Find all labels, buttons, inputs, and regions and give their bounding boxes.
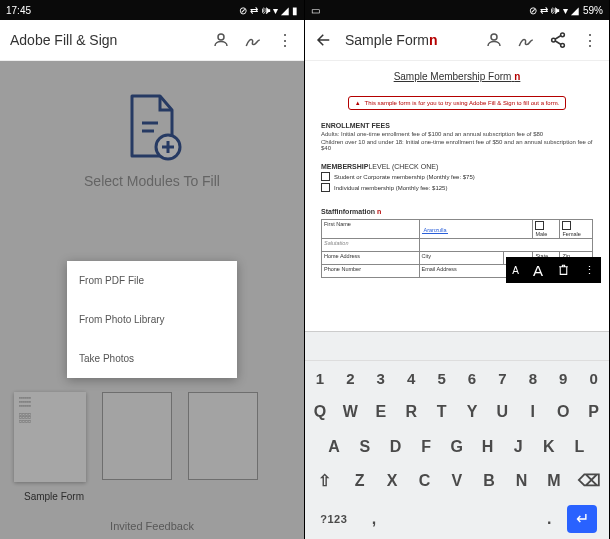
key-v[interactable]: V: [441, 472, 473, 490]
key-x[interactable]: X: [376, 472, 408, 490]
svg-point-6: [491, 34, 497, 40]
key-w[interactable]: W: [335, 403, 365, 421]
symbols-key[interactable]: ?123: [311, 513, 357, 525]
key-6[interactable]: 6: [457, 370, 487, 387]
key-h[interactable]: H: [472, 438, 503, 456]
key-r[interactable]: R: [396, 403, 426, 421]
font-smaller-button[interactable]: A: [512, 265, 519, 276]
key-2[interactable]: 2: [335, 370, 365, 387]
key-b[interactable]: B: [473, 472, 505, 490]
key-s[interactable]: S: [350, 438, 381, 456]
key-t[interactable]: T: [427, 403, 457, 421]
status-bar: 17:45 ⊘ ⇄ 🕪 ▾ ◢ ▮: [0, 0, 304, 20]
status-bar: ▭ ⊘ ⇄ 🕪 ▾ ◢ 59%: [305, 0, 609, 20]
toolbar-more-icon[interactable]: ⋮: [584, 264, 595, 277]
key-0[interactable]: 0: [579, 370, 609, 387]
key-g[interactable]: G: [442, 438, 473, 456]
key-1[interactable]: 1: [305, 370, 335, 387]
sign-icon[interactable]: [244, 31, 262, 49]
back-icon[interactable]: [315, 31, 333, 49]
text-input-value[interactable]: Aranzulla: [422, 227, 449, 234]
more-icon[interactable]: ⋮: [276, 31, 294, 49]
key-l[interactable]: L: [564, 438, 595, 456]
section-enrollment: ENROLLMENT FEES: [321, 122, 593, 129]
enter-key[interactable]: ↵: [567, 505, 597, 533]
more-icon[interactable]: ⋮: [581, 31, 599, 49]
warning-banner: ▲ This sample form is for you to try usi…: [348, 96, 567, 110]
comma-key[interactable]: ,: [357, 510, 392, 528]
key-z[interactable]: Z: [344, 472, 376, 490]
suggestion-bar[interactable]: [305, 332, 609, 361]
key-7[interactable]: 7: [487, 370, 517, 387]
shift-key[interactable]: ⇧: [305, 471, 344, 490]
key-5[interactable]: 5: [427, 370, 457, 387]
key-y[interactable]: Y: [457, 403, 487, 421]
app-bar: Sample Formn ⋮: [305, 20, 609, 61]
sign-icon[interactable]: [517, 31, 535, 49]
backspace-key[interactable]: ⌫: [570, 471, 609, 490]
doc-title: Sample Formn: [345, 32, 485, 48]
key-j[interactable]: J: [503, 438, 534, 456]
key-e[interactable]: E: [366, 403, 396, 421]
checkbox-individual[interactable]: Individual membership (Monthly fee: $125…: [321, 183, 593, 192]
key-u[interactable]: U: [487, 403, 517, 421]
delete-icon[interactable]: [557, 263, 570, 278]
menu-from-photos[interactable]: From Photo Library: [67, 300, 237, 339]
source-menu: From PDF File From Photo Library Take Ph…: [67, 261, 237, 378]
key-d[interactable]: D: [380, 438, 411, 456]
text-format-toolbar: A A ⋮: [506, 257, 601, 283]
profile-icon[interactable]: [485, 31, 503, 49]
key-i[interactable]: I: [518, 403, 548, 421]
period-key[interactable]: .: [532, 510, 567, 528]
status-icons: ⊘ ⇄ 🕪 ▾ ◢ ▮: [239, 5, 298, 16]
keyboard: 1 2 3 4 5 6 7 8 9 0 Q W E R T Y U I O: [305, 331, 609, 539]
key-o[interactable]: O: [548, 403, 578, 421]
key-q[interactable]: Q: [305, 403, 335, 421]
menu-from-pdf[interactable]: From PDF File: [67, 261, 237, 300]
app-title: Adobe Fill & Sign: [10, 32, 212, 48]
status-icons: ⊘ ⇄ 🕪 ▾ ◢ 59%: [529, 5, 603, 16]
key-m[interactable]: M: [538, 472, 570, 490]
section-staff: Staffinformation n: [321, 208, 593, 215]
key-p[interactable]: P: [579, 403, 609, 421]
status-notif-icon: ▭: [311, 5, 320, 16]
right-screenshot: ▭ ⊘ ⇄ 🕪 ▾ ◢ 59% Sample Formn ⋮ Sample Me…: [305, 0, 610, 539]
menu-take-photo[interactable]: Take Photos: [67, 339, 237, 378]
key-a[interactable]: A: [319, 438, 350, 456]
key-c[interactable]: C: [409, 472, 441, 490]
status-time: 17:45: [6, 5, 31, 16]
left-screenshot: 17:45 ⊘ ⇄ 🕪 ▾ ◢ ▮ Adobe Fill & Sign ⋮: [0, 0, 305, 539]
key-8[interactable]: 8: [518, 370, 548, 387]
key-9[interactable]: 9: [548, 370, 578, 387]
key-3[interactable]: 3: [366, 370, 396, 387]
key-n[interactable]: N: [506, 472, 538, 490]
font-larger-button[interactable]: A: [533, 262, 543, 279]
profile-icon[interactable]: [212, 31, 230, 49]
svg-point-0: [218, 34, 224, 40]
document-view[interactable]: Sample Membership Form n ▲ This sample f…: [305, 61, 609, 331]
key-k[interactable]: K: [534, 438, 565, 456]
key-4[interactable]: 4: [396, 370, 426, 387]
app-bar: Adobe Fill & Sign ⋮: [0, 20, 304, 61]
form-heading: Sample Membership Form n: [321, 67, 593, 86]
share-icon[interactable]: [549, 31, 567, 49]
checkbox-student[interactable]: Student or Corporate membership (Monthly…: [321, 172, 593, 181]
section-membership: MEMBERSHIPLEVEL (CHECK ONE): [321, 163, 593, 170]
key-f[interactable]: F: [411, 438, 442, 456]
